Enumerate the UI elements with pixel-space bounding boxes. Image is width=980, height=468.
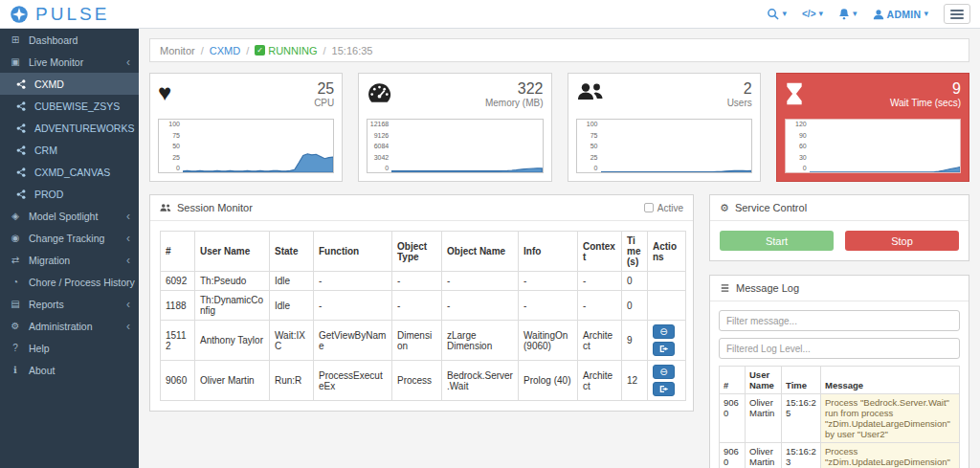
wait-time-label: Wait Time (secs) (890, 98, 961, 108)
caret-down-icon: ▾ (818, 10, 823, 18)
sidebar-item-label: CRM (34, 145, 57, 156)
chevron-left-icon: ‹ (126, 210, 130, 223)
cpu-sparkline (183, 120, 333, 172)
sidebar-item-about[interactable]: ℹ About (0, 359, 139, 381)
sidebar-item-label: Chore / Process History (29, 277, 135, 288)
table-row: 6092 Th:Pseudo Idle - - - - - 0 (161, 272, 686, 291)
hamburger-menu-button[interactable] (944, 4, 970, 24)
stop-button[interactable]: Stop (845, 231, 959, 251)
brand[interactable]: PULSE (10, 4, 109, 25)
sidebar-item-migration[interactable]: ⇄ Migration ‹ (0, 249, 139, 271)
share-icon (14, 167, 28, 177)
sidebar-item-live-monitor[interactable]: ▣ Live Monitor ‹ (0, 51, 139, 73)
gear-icon: ⚙ (9, 321, 22, 331)
minus-circle-icon: ⊖ (659, 368, 667, 377)
reports-icon: ▤ (9, 299, 22, 309)
info-icon: ℹ (9, 365, 22, 375)
admin-menu[interactable]: ADMIN ▾ (873, 9, 928, 20)
sidebar-item-model-spotlight[interactable]: ◈ Model Spotlight ‹ (0, 205, 139, 227)
cpu-value: 25 (314, 80, 334, 98)
users-card: 2 Users 1007550250 (568, 73, 761, 182)
chevron-left-icon: ‹ (126, 56, 130, 69)
wait-time-card: 9 Wait Time (secs) 1209060300 (776, 73, 969, 182)
logout-session-button[interactable] (653, 342, 675, 356)
sidebar-item-dashboard[interactable]: ⊞ Dashboard (0, 29, 139, 51)
sidebar-item-reports[interactable]: ▤ Reports ‹ (0, 293, 139, 315)
users-label: Users (727, 98, 752, 108)
search-menu[interactable]: ▾ (767, 8, 787, 20)
exchange-icon: ⇄ (9, 255, 22, 265)
share-icon (14, 189, 28, 199)
memory-chart-yticks: 121689126608430420 (368, 120, 391, 172)
start-button[interactable]: Start (720, 231, 834, 251)
breadcrumb-model-link[interactable]: CXMD (210, 45, 240, 56)
sidebar-item-help[interactable]: ? Help (0, 337, 139, 359)
code-menu[interactable]: </> ▾ (802, 9, 823, 19)
chevron-left-icon: ‹ (126, 232, 130, 245)
sidebar-item-change-tracking[interactable]: ◉ Change Tracking ‹ (0, 227, 139, 249)
sidebar-item-label: Help (29, 343, 50, 354)
sidebar-item-label: Reports (29, 299, 64, 310)
user-icon (873, 9, 884, 20)
wait-time-sparkline (810, 120, 960, 172)
sidebar-item-adventureworks[interactable]: ADVENTUREWORKS (0, 117, 139, 139)
logout-session-button[interactable] (653, 382, 675, 396)
service-control-panel: ⚙ Service Control Start Stop (709, 194, 969, 261)
memory-label: Memory (MB) (485, 98, 544, 108)
sidebar-item-prod[interactable]: PROD (0, 183, 139, 205)
chevron-left-icon: ‹ (126, 320, 130, 333)
clock-icon: ◔ (9, 277, 22, 287)
sidebar-item-label: CUBEWISE_ZSYS (34, 100, 120, 112)
spotlight-icon: ◈ (9, 211, 22, 221)
message-log-header: # User Name Time Message (720, 367, 960, 394)
search-icon (767, 8, 779, 20)
sidebar-item-label: CXMD_CANVAS (34, 167, 110, 178)
status-badge: ✓ RUNNING (255, 45, 317, 56)
cpu-chart-yticks: 1007550250 (159, 120, 183, 172)
code-icon: </> (802, 9, 815, 19)
sidebar-item-cxmd[interactable]: CXMD (0, 73, 139, 95)
cpu-card: ♥ 25 CPU 1007550250 (149, 73, 343, 182)
notifications-menu[interactable]: ▾ (838, 8, 858, 20)
main-content: Monitor / CXMD / ✓ RUNNING / 15:16:35 ♥ … (139, 29, 980, 468)
share-icon (14, 123, 28, 133)
memory-value: 322 (485, 80, 544, 98)
sidebar-item-crm[interactable]: CRM (0, 139, 139, 161)
disconnect-session-button[interactable]: ⊖ (653, 324, 675, 339)
caret-down-icon: ▾ (853, 10, 858, 18)
log-level-filter-input[interactable] (719, 338, 960, 359)
message-row: 9060 Oliver Martin 15:16:23 Process "zDi… (720, 443, 960, 468)
wait-time-value: 9 (890, 80, 961, 98)
session-table: # User Name State Function Object Type O… (160, 231, 686, 401)
sidebar-item-chore-process-history[interactable]: ◔ Chore / Process History ‹ (0, 271, 139, 293)
sidebar-item-label: PROD (34, 189, 63, 200)
memory-sparkline (391, 120, 542, 172)
table-row: 9060 Oliver Martin Run:R ProcessExecuteE… (161, 361, 686, 401)
chevron-left-icon: ‹ (126, 254, 130, 267)
heart-icon: ♥ (158, 81, 171, 104)
active-checkbox[interactable] (644, 203, 654, 212)
sidebar-item-cxmd-canvas[interactable]: CXMD_CANVAS (0, 161, 139, 183)
sidebar-item-cubewise-zsys[interactable]: CUBEWISE_ZSYS (0, 95, 139, 117)
breadcrumb-section: Monitor (160, 45, 195, 56)
pulse-logo-icon (10, 5, 29, 24)
question-icon: ? (9, 343, 22, 353)
dashboard-icon: ⊞ (9, 34, 22, 45)
share-icon (14, 145, 28, 155)
sidebar-item-label: ADVENTUREWORKS (34, 123, 134, 134)
sidebar-item-label: Live Monitor (29, 56, 83, 68)
list-icon (720, 283, 730, 293)
sidebar-item-administration[interactable]: ⚙ Administration ‹ (0, 315, 139, 337)
table-row: 15112 Anthony Taylor Wait:IXC GetViewByN… (161, 321, 686, 361)
message-log-panel: Message Log # User Name Time Message (709, 275, 969, 468)
message-log-title: Message Log (736, 282, 799, 294)
table-row: 1188 Th:DynamicConfig Idle - - - - - 0 (161, 291, 686, 321)
active-label: Active (657, 203, 683, 213)
active-toggle[interactable]: Active (644, 203, 683, 213)
minus-circle-icon: ⊖ (659, 327, 667, 337)
message-filter-input[interactable] (719, 310, 960, 331)
disconnect-session-button[interactable]: ⊖ (653, 365, 675, 379)
message-text: Process "zDim.UpdateLargeDimension" exec… (821, 443, 960, 468)
status-text: RUNNING (268, 45, 317, 56)
session-monitor-panel: Session Monitor Active # (149, 194, 694, 412)
